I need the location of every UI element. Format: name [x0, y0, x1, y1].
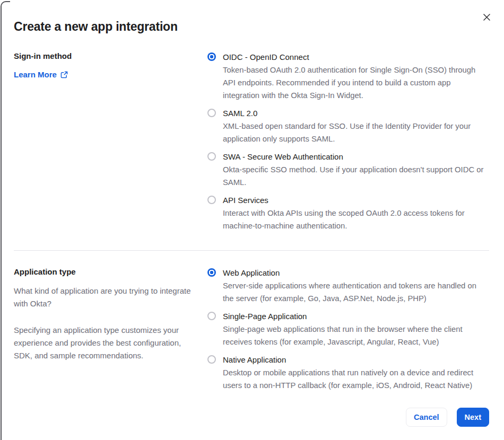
modal-footer: Cancel Next [406, 408, 489, 427]
signin-options-group: OIDC - OpenID Connect Token-based OAuth … [207, 51, 489, 237]
apptype-paragraph-1: What kind of application are you trying … [14, 285, 199, 310]
option-text: API Services Interact with Okta APIs usi… [223, 194, 489, 232]
radio-option-single-page-application[interactable]: Single-Page Application Single-page web … [207, 310, 489, 348]
radio-option-swa[interactable]: SWA - Secure Web Authentication Okta-spe… [207, 151, 489, 189]
radio-option-native-application[interactable]: Native Application Desktop or mobile app… [207, 354, 489, 392]
option-label-oidc: OIDC - OpenID Connect [223, 51, 489, 64]
close-icon [483, 13, 491, 21]
option-text: SWA - Secure Web Authentication Okta-spe… [223, 151, 489, 189]
radio-unselected-icon[interactable] [207, 312, 216, 320]
radio-unselected-icon[interactable] [207, 355, 216, 364]
cancel-button[interactable]: Cancel [406, 408, 447, 427]
option-text: Single-Page Application Single-page web … [223, 310, 489, 348]
signin-method-heading: Sign-in method [14, 51, 199, 61]
external-link-icon [60, 71, 68, 78]
signin-section-left: Sign-in method Learn More [14, 51, 199, 237]
application-type-heading: Application type [14, 267, 199, 277]
signin-method-section: Sign-in method Learn More OIDC - OpenID … [14, 51, 489, 237]
radio-selected-icon[interactable] [207, 268, 216, 277]
option-text: OIDC - OpenID Connect Token-based OAuth … [223, 51, 489, 102]
radio-unselected-icon[interactable] [207, 196, 216, 204]
radio-unselected-icon[interactable] [207, 152, 216, 161]
apptype-section-left: Application type What kind of applicatio… [14, 267, 199, 397]
modal-title: Create a new app integration [14, 19, 489, 34]
option-label-web-application: Web Application [223, 267, 489, 279]
option-description-web-application: Server-side applications where authentic… [223, 279, 489, 305]
option-description-saml: XML-based open standard for SSO. Use if … [223, 120, 489, 145]
application-type-section: Application type What kind of applicatio… [14, 267, 489, 397]
option-description-api-services: Interact with Okta APIs using the scoped… [223, 207, 489, 232]
next-button[interactable]: Next [457, 408, 489, 427]
option-label-swa: SWA - Secure Web Authentication [223, 151, 489, 163]
close-button[interactable] [481, 12, 492, 22]
radio-unselected-icon[interactable] [207, 109, 216, 117]
apptype-paragraph-2: Specifying an application type customize… [14, 324, 199, 362]
option-label-api-services: API Services [223, 194, 489, 207]
learn-more-label: Learn More [14, 70, 57, 79]
create-app-integration-modal: Create a new app integration Sign-in met… [0, 0, 504, 440]
option-label-single-page-application: Single-Page Application [223, 310, 489, 323]
option-label-native-application: Native Application [223, 354, 489, 366]
radio-option-web-application[interactable]: Web Application Server-side applications… [207, 267, 489, 305]
option-description-single-page-application: Single-page web applications that run in… [223, 323, 489, 348]
option-text: Native Application Desktop or mobile app… [223, 354, 489, 392]
radio-option-saml[interactable]: SAML 2.0 XML-based open standard for SSO… [207, 107, 489, 145]
apptype-options-group: Web Application Server-side applications… [207, 267, 489, 397]
radio-option-api-services[interactable]: API Services Interact with Okta APIs usi… [207, 194, 489, 232]
option-description-swa: Okta-specific SSO method. Use if your ap… [223, 163, 489, 189]
radio-selected-icon[interactable] [207, 52, 216, 61]
radio-option-oidc[interactable]: OIDC - OpenID Connect Token-based OAuth … [207, 51, 489, 102]
section-divider [14, 250, 489, 251]
option-text: Web Application Server-side applications… [223, 267, 489, 305]
learn-more-link[interactable]: Learn More [14, 70, 68, 79]
option-description-native-application: Desktop or mobile applications that run … [223, 366, 489, 392]
option-description-oidc: Token-based OAuth 2.0 authentication for… [223, 64, 489, 102]
option-text: SAML 2.0 XML-based open standard for SSO… [223, 107, 489, 145]
option-label-saml: SAML 2.0 [223, 107, 489, 120]
